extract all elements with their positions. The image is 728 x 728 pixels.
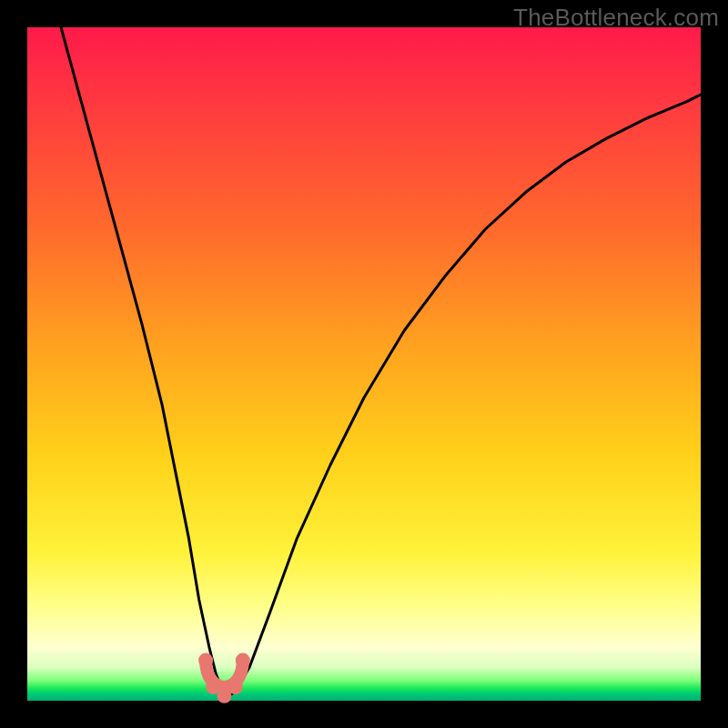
curve-layer (27, 27, 701, 701)
chart-frame: TheBottleneck.com (0, 0, 728, 728)
min-marker-bead (228, 680, 243, 694)
min-marker-bead (236, 653, 250, 668)
bottleneck-curve (61, 27, 701, 696)
min-marker-bead (198, 653, 213, 668)
watermark-text: TheBottleneck.com (513, 4, 719, 32)
plot-area (27, 27, 701, 701)
